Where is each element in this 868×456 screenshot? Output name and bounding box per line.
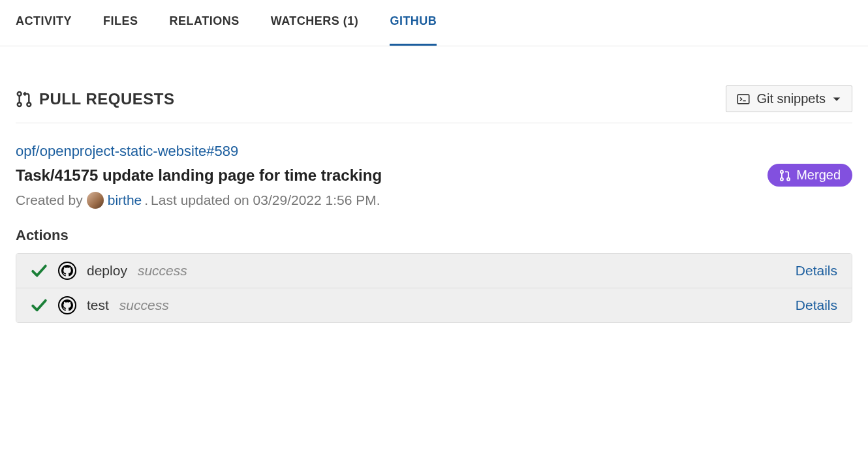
github-icon xyxy=(58,296,76,314)
check-icon xyxy=(31,297,48,314)
pr-meta: Created by birthe. Last updated on 03/29… xyxy=(16,192,852,209)
terminal-icon xyxy=(737,93,750,106)
tab-github[interactable]: GITHUB xyxy=(390,0,437,46)
svg-point-6 xyxy=(787,177,790,180)
section-title: PULL REQUESTS xyxy=(16,90,174,108)
created-by-prefix: Created by xyxy=(16,192,83,208)
pr-author[interactable]: birthe xyxy=(108,192,142,208)
svg-point-4 xyxy=(781,170,783,173)
svg-rect-3 xyxy=(738,95,750,104)
check-icon xyxy=(31,262,48,279)
svg-point-2 xyxy=(27,102,31,106)
section-title-text: PULL REQUESTS xyxy=(39,90,174,108)
svg-point-1 xyxy=(18,102,22,106)
tab-files[interactable]: FILES xyxy=(103,0,138,46)
svg-point-5 xyxy=(781,177,783,180)
svg-point-0 xyxy=(18,91,22,95)
pr-status-badge: Merged xyxy=(767,164,852,187)
action-name: deploy xyxy=(87,263,127,279)
tab-watchers[interactable]: WATCHERS (1) xyxy=(271,0,359,46)
tabs-bar: ACTIVITY FILES RELATIONS WATCHERS (1) GI… xyxy=(0,0,868,46)
pr-link[interactable]: opf/openproject-static-website#589 xyxy=(16,143,238,159)
author-suffix: . xyxy=(144,192,148,208)
pull-request-block: opf/openproject-static-website#589 Task/… xyxy=(16,143,852,323)
action-details-link[interactable]: Details xyxy=(796,263,837,279)
pr-title: Task/41575 update landing page for time … xyxy=(16,166,382,185)
actions-heading: Actions xyxy=(16,227,852,244)
action-status: success xyxy=(138,263,187,279)
action-row: deploy success Details xyxy=(16,254,852,288)
actions-list: deploy success Details test success Deta… xyxy=(16,253,852,323)
action-row: test success Details xyxy=(16,288,852,322)
avatar xyxy=(87,192,104,209)
git-snippets-label: Git snippets xyxy=(756,91,826,106)
git-snippets-button[interactable]: Git snippets xyxy=(726,85,852,112)
chevron-down-icon xyxy=(832,95,841,104)
action-name: test xyxy=(87,297,109,313)
tab-relations[interactable]: RELATIONS xyxy=(170,0,240,46)
github-icon xyxy=(58,262,76,280)
pull-request-icon xyxy=(16,91,33,108)
merge-icon xyxy=(779,170,791,181)
section-header: PULL REQUESTS Git snippets xyxy=(16,85,852,123)
pr-status-label: Merged xyxy=(796,168,841,183)
tab-activity[interactable]: ACTIVITY xyxy=(16,0,72,46)
pr-last-updated: Last updated on 03/29/2022 1:56 PM. xyxy=(151,192,380,208)
action-status: success xyxy=(119,297,169,313)
action-details-link[interactable]: Details xyxy=(796,297,837,313)
